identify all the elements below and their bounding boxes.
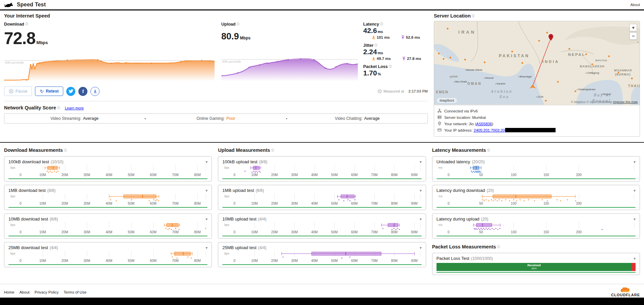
map-orange-dot (568, 48, 570, 50)
progress-line (8, 207, 207, 208)
axis-tick-label: 30M (291, 173, 298, 177)
median-line (516, 195, 516, 198)
sample-point (472, 172, 473, 173)
data-point-marker (277, 61, 278, 62)
sample-point (509, 200, 510, 201)
sample-point (171, 229, 172, 230)
chevron-down-icon[interactable]: ▾ (420, 160, 422, 164)
map-zoom-in-button[interactable]: + (630, 24, 637, 31)
chevron-down-icon[interactable]: ▾ (420, 245, 422, 250)
axis-tick-line (255, 194, 255, 200)
chevron-down-icon[interactable]: ▾ (634, 256, 636, 261)
measurement-card-header[interactable]: 25MB upload test(4/4)▾ (222, 245, 421, 250)
measurement-card-count: (4/4) (50, 245, 58, 250)
data-point-marker (111, 63, 112, 64)
measurement-card-header[interactable]: Unloaded latency(20/20)▾ (437, 159, 636, 164)
whisker-cap (337, 195, 338, 198)
footer-link[interactable]: About (20, 290, 30, 294)
chevron-down-icon[interactable]: ▾ (634, 160, 636, 164)
sample-point (528, 199, 529, 200)
whisker-cap (251, 166, 251, 169)
axis-tick-line (481, 194, 482, 200)
measurement-card-header[interactable]: 100kB download test(10/10)▾ (8, 159, 207, 164)
chevron-down-icon[interactable]: ▾ (634, 188, 636, 193)
pause-button[interactable]: Pause (4, 87, 32, 96)
sample-point (349, 200, 350, 201)
chevron-down-icon[interactable]: ▾ (420, 188, 422, 193)
whisker-cap (164, 224, 164, 227)
footer-link[interactable]: Terms of Use (64, 290, 86, 294)
map-orange-dot (521, 62, 523, 64)
measurement-card-title: 1MB download test (8, 188, 46, 193)
chevron-down-icon[interactable]: ▾ (420, 217, 422, 222)
sample-point (382, 228, 383, 229)
download-results-button[interactable] (90, 87, 100, 96)
chevron-down-icon[interactable]: ▾ (205, 217, 207, 222)
measurement-card-header[interactable]: Latency during download(20)▾ (437, 188, 636, 193)
axis-unit-label: bps (224, 223, 229, 227)
axis-labels-row: 050100150200 (449, 202, 634, 206)
server-detail-link[interactable]: AS55836 (476, 122, 492, 126)
footer-link[interactable]: Privacy Policy (35, 290, 59, 294)
sample-point (110, 199, 111, 200)
app-title: Speed Test (17, 2, 46, 8)
measurement-card-header[interactable]: 25MB download test(4/4)▾ (8, 245, 207, 250)
sample-point (477, 229, 478, 230)
chevron-down-icon[interactable]: ▾ (205, 245, 207, 250)
share-twitter-button[interactable] (66, 87, 75, 96)
measurement-card-count: (10/10) (51, 160, 64, 164)
measurement-card-header[interactable]: 1MB download test(8/8)▾ (8, 188, 207, 193)
axis-tick-line (294, 165, 295, 171)
sample-point (488, 228, 489, 229)
axis-tick-label: 70M (172, 202, 179, 205)
axis-tick-line (131, 222, 131, 228)
axis-labels-row: 010M20M30M40M50M60M70M80M90M (234, 173, 420, 177)
speed-rabbit-logo-icon (4, 1, 13, 8)
chevron-down-icon[interactable]: ▾ (634, 217, 636, 222)
measurement-card-header[interactable]: Latency during upload(20)▾ (437, 216, 636, 222)
info-icon: ⓘ (389, 65, 392, 68)
header-about-link[interactable]: About (630, 3, 640, 7)
sample-point (497, 200, 498, 201)
sample-point (257, 172, 258, 173)
axis-tick-line (43, 222, 43, 228)
retest-button[interactable]: ↻ Retest (35, 87, 63, 96)
data-point-marker (300, 58, 301, 60)
learn-more-link[interactable]: Learn more (65, 106, 84, 110)
measurement-card: 10MB download test(6/6)▾bps010M20M30M40M… (4, 213, 212, 239)
improve-map-link[interactable]: Improve this map (613, 100, 638, 104)
axis-unit-label: ms (439, 166, 443, 169)
measurement-card: 25MB download test(4/4)▾bps010M20M30M40M… (4, 242, 212, 267)
sample-point (347, 199, 348, 200)
boxplot-axis (21, 194, 206, 202)
measurement-card-header[interactable]: 10MB upload test(4/4)▾ (222, 216, 421, 222)
sample-point (256, 171, 257, 172)
median-line (476, 166, 477, 170)
axis-tick-label: 80M (194, 173, 200, 177)
axis-tick-line (514, 222, 514, 228)
chevron-down-icon[interactable]: ▾ (205, 188, 207, 193)
map[interactable]: + − mapbox © Mapbox © OpenStreetMap Impr… (434, 21, 640, 105)
axis-tick-label: 50M (331, 173, 338, 177)
axis-tick-line (314, 222, 315, 228)
measurement-card-header[interactable]: Packet Loss Test(1000/1000)▾ (437, 256, 636, 261)
axis-tick-label: 80M (391, 230, 397, 234)
footer-link[interactable]: Home (4, 290, 14, 294)
data-point-marker (125, 62, 127, 64)
server-detail-link[interactable]: 2405:201:7003:20 (474, 128, 505, 132)
axis-tick-line (197, 222, 198, 228)
boxplot-axis (21, 251, 206, 259)
measurement-card-header[interactable]: 100kB upload test(8/8)▾ (222, 159, 421, 164)
measurement-card-header[interactable]: 10MB download test(6/6)▾ (8, 216, 207, 222)
map-orange-dot (546, 32, 548, 34)
axis-labels-row: 050100150200 (449, 230, 634, 235)
sample-point (557, 199, 558, 200)
measurement-card-header[interactable]: 1MB upload test(6/6)▾ (222, 188, 421, 193)
map-zoom-out-button[interactable]: − (630, 32, 637, 40)
share-facebook-button[interactable]: f (78, 87, 87, 96)
map-orange-dot (538, 40, 540, 42)
chevron-down-icon[interactable]: ▾ (205, 160, 207, 164)
axis-tick-label: 70M (172, 173, 179, 177)
axis-tick-label: 30M (84, 202, 90, 205)
data-point-marker (335, 66, 337, 68)
